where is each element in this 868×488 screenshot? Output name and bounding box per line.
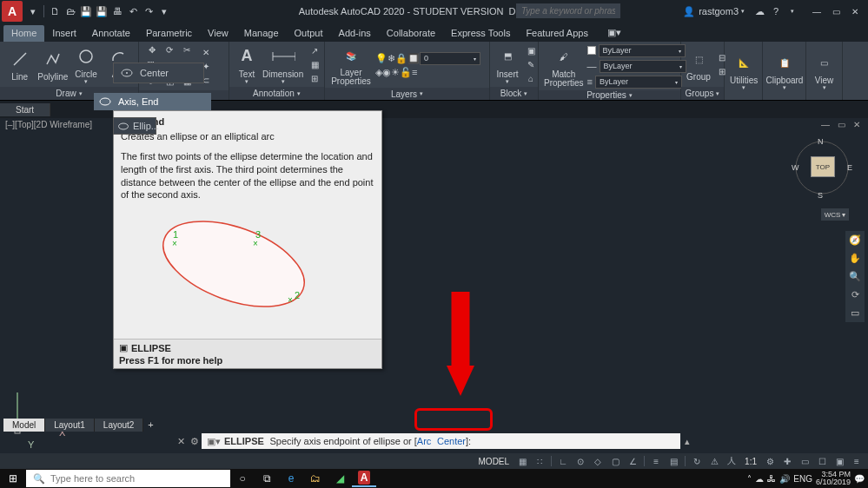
viewport-min-icon[interactable]: — bbox=[819, 120, 832, 130]
layout-model[interactable]: Model bbox=[3, 419, 45, 432]
sb-otrack-icon[interactable]: ∠ bbox=[625, 455, 640, 468]
viewcube[interactable]: N S W E TOP bbox=[792, 137, 852, 207]
save-icon[interactable]: 💾 bbox=[79, 4, 93, 18]
user-account[interactable]: 👤 rastgom3▾ bbox=[682, 4, 745, 18]
nav-showmotion-icon[interactable]: ▭ bbox=[851, 307, 859, 319]
tray-network-icon[interactable]: 🖧 bbox=[767, 474, 776, 484]
text-tool[interactable]: AText▾ bbox=[235, 44, 259, 85]
app-autocad-icon[interactable]: A bbox=[352, 470, 376, 487]
cmdline-config-icon[interactable]: ⚙ bbox=[188, 436, 202, 447]
sb-workspace-icon[interactable]: ▭ bbox=[797, 455, 812, 468]
sb-scale[interactable]: 1:1 bbox=[741, 457, 760, 466]
taskview-icon[interactable]: ⧉ bbox=[255, 470, 279, 487]
app-autodesk-icon[interactable]: ◢ bbox=[328, 470, 352, 487]
line-tool[interactable]: Line bbox=[5, 47, 34, 82]
cortana-icon[interactable]: ○ bbox=[230, 470, 255, 487]
tab-parametric[interactable]: Parametric bbox=[138, 25, 200, 42]
cmd-option-arc[interactable]: Arc bbox=[417, 436, 432, 446]
viewport-close-icon[interactable]: ✕ bbox=[851, 120, 863, 130]
dimension-tool[interactable]: Dimension▾ bbox=[262, 44, 303, 85]
layer-bulb-icon[interactable]: 💡 bbox=[375, 53, 388, 64]
layout-layout1[interactable]: Layout1 bbox=[45, 419, 95, 432]
sb-snap-icon[interactable]: ∷ bbox=[532, 455, 547, 468]
panel-block-title[interactable]: Block bbox=[490, 87, 538, 100]
sb-lwt-icon[interactable]: ≡ bbox=[648, 455, 664, 468]
sb-ortho-icon[interactable]: ∟ bbox=[555, 455, 571, 468]
redo-icon[interactable]: ↷ bbox=[142, 4, 156, 18]
trim-icon[interactable]: ✂ bbox=[179, 43, 195, 56]
menu-dropdown-icon[interactable]: ▾ bbox=[26, 4, 40, 18]
tab-annotate[interactable]: Annotate bbox=[84, 25, 138, 42]
panel-properties-title[interactable]: Properties bbox=[539, 90, 680, 100]
panel-layers-title[interactable]: Layers bbox=[325, 88, 489, 100]
nav-pan-icon[interactable]: ✋ bbox=[849, 253, 861, 264]
polyline-tool[interactable]: Polyline bbox=[37, 47, 68, 82]
sb-annomon-icon[interactable]: ⚠ bbox=[706, 455, 722, 468]
qat-more-icon[interactable]: ▾ bbox=[157, 4, 171, 18]
help-icon[interactable]: ? bbox=[769, 4, 783, 18]
tab-collaborate[interactable]: Collaborate bbox=[379, 25, 443, 42]
saveas-icon[interactable]: 💾 bbox=[95, 4, 109, 18]
autodesk-app-icon[interactable]: ☁ bbox=[752, 4, 766, 18]
erase-icon[interactable]: ✕ bbox=[198, 46, 214, 59]
command-line[interactable]: ▣▾ ELLIPSE Specify axis endpoint of elli… bbox=[202, 433, 680, 449]
layer-color-icon[interactable]: 🔲 bbox=[407, 53, 420, 64]
nav-orbit-icon[interactable]: ⟳ bbox=[851, 289, 859, 300]
tab-view[interactable]: View bbox=[200, 25, 236, 42]
layout-add-button[interactable]: + bbox=[143, 419, 157, 430]
tray-up-icon[interactable]: ˄ bbox=[747, 474, 752, 484]
keyword-search-input[interactable] bbox=[516, 3, 620, 18]
tab-express[interactable]: Express Tools bbox=[443, 25, 518, 42]
table-icon[interactable]: ▦ bbox=[307, 58, 322, 71]
layer-unlock-icon[interactable]: 🔓 bbox=[400, 67, 412, 78]
tray-clock[interactable]: 3:54 PM6/10/2019 bbox=[816, 471, 851, 486]
wcs-label[interactable]: WCS▾ bbox=[821, 208, 849, 221]
clipboard-button[interactable]: 📋Clipboard▾ bbox=[768, 50, 801, 91]
sb-annoscale-icon[interactable]: 人 bbox=[724, 455, 739, 468]
sb-polar-icon[interactable]: ⊙ bbox=[573, 455, 588, 468]
ellipse-axis-end-header[interactable]: Axis, End bbox=[94, 93, 211, 110]
utilities-button[interactable]: 📐Utilities▾ bbox=[730, 50, 758, 91]
annot-misc-icon[interactable]: ⊞ bbox=[307, 72, 322, 85]
close-button[interactable]: ✕ bbox=[845, 7, 865, 16]
plot-icon[interactable]: 🖶 bbox=[110, 4, 124, 18]
app-logo[interactable]: A bbox=[2, 1, 23, 22]
minimize-button[interactable]: — bbox=[807, 7, 826, 16]
layer-freeze-icon[interactable]: ❄ bbox=[388, 53, 395, 64]
new-icon[interactable]: 🗋 bbox=[48, 4, 62, 18]
open-icon[interactable]: 🗁 bbox=[63, 4, 77, 18]
layer-match-icon[interactable]: ≡ bbox=[412, 67, 417, 77]
explorer-icon[interactable]: 🗂 bbox=[303, 470, 328, 487]
help-drop-icon[interactable]: ▾ bbox=[785, 4, 799, 18]
leader-icon[interactable]: ↗ bbox=[307, 44, 322, 57]
lineweight-select[interactable]: ByLayer bbox=[600, 60, 686, 73]
cmd-option-center[interactable]: Center bbox=[437, 436, 466, 446]
layer-iso-icon[interactable]: ◈ bbox=[375, 67, 382, 78]
cmdline-close-icon[interactable]: ✕ bbox=[174, 436, 188, 447]
tab-home[interactable]: Home bbox=[3, 25, 44, 42]
rotate-icon[interactable]: ⟳ bbox=[162, 43, 177, 56]
tab-manage[interactable]: Manage bbox=[236, 25, 287, 42]
panel-groups-title[interactable]: Groups bbox=[681, 87, 724, 100]
viewport-max-icon[interactable]: ▭ bbox=[835, 120, 847, 130]
tab-insert[interactable]: Insert bbox=[44, 25, 84, 42]
sb-units-icon[interactable]: ☐ bbox=[814, 455, 830, 468]
tray-onedrive-icon[interactable]: ☁ bbox=[755, 474, 764, 484]
layer-thaw-icon[interactable]: ☀ bbox=[391, 67, 400, 78]
match-properties-button[interactable]: 🖌Match Properties bbox=[544, 45, 584, 88]
sb-cycle-icon[interactable]: ↻ bbox=[689, 455, 705, 468]
tab-output[interactable]: Output bbox=[287, 25, 331, 42]
undo-icon[interactable]: ↶ bbox=[126, 4, 140, 18]
cmdline-history-icon[interactable]: ▴ bbox=[680, 436, 694, 447]
panel-annotation-title[interactable]: Annotation bbox=[229, 87, 324, 100]
edit-block-icon[interactable]: ✎ bbox=[523, 58, 539, 71]
color-select[interactable]: ByLayer bbox=[599, 44, 686, 57]
maximize-button[interactable]: ▭ bbox=[826, 7, 845, 16]
tab-featured[interactable]: Featured Apps bbox=[518, 25, 596, 42]
insert-block-button[interactable]: ⬒Insert▾ bbox=[495, 44, 520, 85]
tab-addins[interactable]: Add-ins bbox=[331, 25, 379, 42]
start-button[interactable]: ⊞ bbox=[0, 472, 26, 485]
sb-grid-icon[interactable]: ▦ bbox=[514, 455, 530, 468]
sb-custom-icon[interactable]: ≡ bbox=[849, 455, 865, 468]
tab-start[interactable]: Start bbox=[0, 103, 50, 116]
